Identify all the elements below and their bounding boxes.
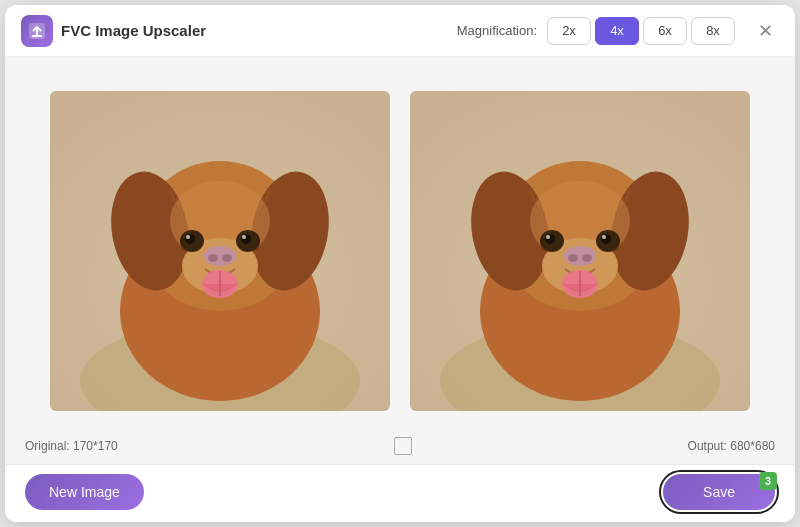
svg-point-36 bbox=[601, 234, 611, 244]
svg-point-19 bbox=[242, 235, 246, 239]
logo-icon bbox=[27, 21, 47, 41]
app-logo bbox=[21, 15, 53, 47]
magnification-label: Magnification: bbox=[457, 23, 537, 38]
meta-bar: Original: 170*170 Output: 680*680 bbox=[25, 428, 775, 464]
compare-icon bbox=[394, 437, 412, 455]
close-button[interactable]: ✕ bbox=[751, 17, 779, 45]
original-dog-image bbox=[50, 91, 390, 411]
titlebar: FVC Image Upscaler Magnification: 2x 4x … bbox=[5, 5, 795, 57]
original-image-panel bbox=[50, 91, 390, 411]
save-button-wrapper: 3 Save bbox=[663, 474, 775, 510]
mag-button-4x[interactable]: 4x bbox=[595, 17, 639, 45]
svg-rect-1 bbox=[32, 35, 42, 37]
svg-point-16 bbox=[186, 235, 190, 239]
original-size-label: Original: 170*170 bbox=[25, 439, 118, 453]
app-title: FVC Image Upscaler bbox=[61, 22, 206, 39]
output-image-panel bbox=[410, 91, 750, 411]
content-area: Original: 170*170 Output: 680*680 bbox=[5, 57, 795, 464]
output-size-label: Output: 680*680 bbox=[688, 439, 775, 453]
svg-point-29 bbox=[568, 254, 578, 262]
svg-point-18 bbox=[241, 234, 251, 244]
images-row bbox=[25, 73, 775, 428]
mag-button-6x[interactable]: 6x bbox=[643, 17, 687, 45]
svg-point-30 bbox=[582, 254, 592, 262]
svg-point-12 bbox=[222, 254, 232, 262]
magnification-buttons: 2x 4x 6x 8x bbox=[547, 17, 735, 45]
svg-point-37 bbox=[602, 235, 606, 239]
new-image-button[interactable]: New Image bbox=[25, 474, 144, 510]
mag-button-2x[interactable]: 2x bbox=[547, 17, 591, 45]
output-dog-image bbox=[410, 91, 750, 411]
svg-point-15 bbox=[185, 234, 195, 244]
footer: New Image 3 Save bbox=[5, 464, 795, 522]
svg-point-33 bbox=[545, 234, 555, 244]
main-window: FVC Image Upscaler Magnification: 2x 4x … bbox=[5, 5, 795, 522]
svg-point-34 bbox=[546, 235, 550, 239]
svg-point-11 bbox=[208, 254, 218, 262]
mag-button-8x[interactable]: 8x bbox=[691, 17, 735, 45]
save-badge: 3 bbox=[759, 472, 777, 490]
